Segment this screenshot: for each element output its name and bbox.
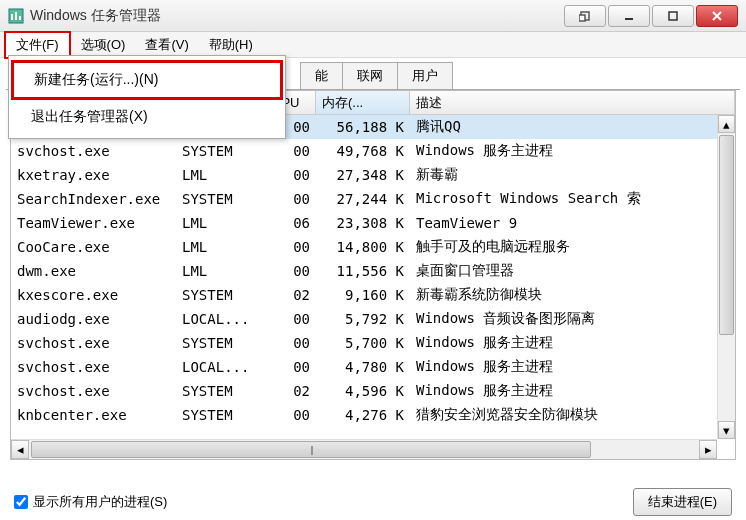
close-button[interactable] [696, 5, 738, 27]
cell-user: SYSTEM [176, 143, 266, 159]
cell-desc: 新毒霸系统防御模块 [410, 286, 735, 304]
cell-cpu: 06 [266, 215, 316, 231]
scroll-thumb-h[interactable]: ||| [31, 441, 591, 458]
menu-view[interactable]: 查看(V) [135, 33, 198, 57]
end-process-button[interactable]: 结束进程(E) [633, 488, 732, 516]
cell-desc: 触手可及的电脑远程服务 [410, 238, 735, 256]
table-row[interactable]: knbcenter.exeSYSTEM004,276 K猎豹安全浏览器安全防御模… [11, 403, 735, 427]
cell-img: SearchIndexer.exe [11, 191, 176, 207]
help-button[interactable] [564, 5, 606, 27]
cell-mem: 56,188 K [316, 119, 410, 135]
cell-user: LOCAL... [176, 359, 266, 375]
cell-cpu: 00 [266, 359, 316, 375]
tab-performance-partial[interactable]: 能 [300, 62, 343, 89]
cell-desc: TeamViewer 9 [410, 215, 735, 231]
table-row[interactable]: svchost.exeLOCAL...004,780 KWindows 服务主进… [11, 355, 735, 379]
table-row[interactable]: SearchIndexer.exeSYSTEM0027,244 KMicroso… [11, 187, 735, 211]
cell-cpu: 00 [266, 335, 316, 351]
menu-exit[interactable]: 退出任务管理器(X) [11, 100, 283, 134]
table-row[interactable]: svchost.exeSYSTEM0049,768 KWindows 服务主进程 [11, 139, 735, 163]
cell-img: audiodg.exe [11, 311, 176, 327]
table-row[interactable]: CooCare.exeLML0014,800 K触手可及的电脑远程服务 [11, 235, 735, 259]
menu-options[interactable]: 选项(O) [71, 33, 136, 57]
cell-user: LML [176, 215, 266, 231]
horizontal-scrollbar[interactable]: ◂ ||| ▸ [11, 439, 717, 459]
cell-mem: 49,768 K [316, 143, 410, 159]
scroll-right-icon[interactable]: ▸ [699, 440, 717, 459]
table-row[interactable]: svchost.exeSYSTEM005,700 KWindows 服务主进程 [11, 331, 735, 355]
cell-img: knbcenter.exe [11, 407, 176, 423]
footer: 显示所有用户的进程(S) 结束进程(E) [14, 488, 732, 516]
cell-user: SYSTEM [176, 287, 266, 303]
cell-user: SYSTEM [176, 407, 266, 423]
svg-rect-5 [579, 15, 585, 21]
show-all-checkbox-input[interactable] [14, 495, 28, 509]
table-body: QQ.exeLML0056,188 K腾讯QQsvchost.exeSYSTEM… [11, 115, 735, 439]
cell-img: kxetray.exe [11, 167, 176, 183]
menu-help[interactable]: 帮助(H) [199, 33, 263, 57]
window-title: Windows 任务管理器 [30, 7, 564, 25]
cell-desc: 桌面窗口管理器 [410, 262, 735, 280]
cell-cpu: 00 [266, 263, 316, 279]
cell-user: LML [176, 167, 266, 183]
cell-cpu: 00 [266, 311, 316, 327]
col-description[interactable]: 描述 [410, 91, 735, 114]
vertical-scrollbar[interactable]: ▴ ▾ [717, 115, 735, 439]
cell-mem: 11,556 K [316, 263, 410, 279]
show-all-label: 显示所有用户的进程(S) [33, 493, 167, 511]
col-memory[interactable]: 内存(... [316, 91, 410, 114]
cell-mem: 4,276 K [316, 407, 410, 423]
cell-user: SYSTEM [176, 191, 266, 207]
cell-mem: 5,792 K [316, 311, 410, 327]
cell-mem: 27,348 K [316, 167, 410, 183]
cell-desc: Windows 服务主进程 [410, 382, 735, 400]
file-dropdown: 新建任务(运行...)(N) 退出任务管理器(X) [8, 55, 286, 139]
cell-cpu: 02 [266, 383, 316, 399]
cell-mem: 4,596 K [316, 383, 410, 399]
cell-mem: 14,800 K [316, 239, 410, 255]
cell-img: svchost.exe [11, 359, 176, 375]
cell-img: svchost.exe [11, 143, 176, 159]
cell-user: SYSTEM [176, 335, 266, 351]
cell-img: TeamViewer.exe [11, 215, 176, 231]
cell-img: svchost.exe [11, 335, 176, 351]
table-row[interactable]: svchost.exeSYSTEM024,596 KWindows 服务主进程 [11, 379, 735, 403]
cell-cpu: 00 [266, 407, 316, 423]
svg-rect-7 [669, 12, 677, 20]
cell-mem: 5,700 K [316, 335, 410, 351]
app-icon [8, 8, 24, 24]
tab-networking[interactable]: 联网 [342, 62, 398, 89]
cell-desc: Microsoft Windows Search 索 [410, 190, 735, 208]
cell-desc: Windows 服务主进程 [410, 358, 735, 376]
cell-mem: 9,160 K [316, 287, 410, 303]
menu-new-task[interactable]: 新建任务(运行...)(N) [11, 60, 283, 100]
table-row[interactable]: kxescore.exeSYSTEM029,160 K新毒霸系统防御模块 [11, 283, 735, 307]
cell-cpu: 00 [266, 167, 316, 183]
tab-users[interactable]: 用户 [397, 62, 453, 89]
table-row[interactable]: dwm.exeLML0011,556 K桌面窗口管理器 [11, 259, 735, 283]
cell-cpu: 00 [266, 191, 316, 207]
table-row[interactable]: TeamViewer.exeLML0623,308 KTeamViewer 9 [11, 211, 735, 235]
table-row[interactable]: audiodg.exeLOCAL...005,792 KWindows 音频设备… [11, 307, 735, 331]
cell-desc: 猎豹安全浏览器安全防御模块 [410, 406, 735, 424]
cell-img: kxescore.exe [11, 287, 176, 303]
cell-desc: 新毒霸 [410, 166, 735, 184]
window-controls [564, 5, 738, 27]
cell-user: LML [176, 263, 266, 279]
minimize-button[interactable] [608, 5, 650, 27]
cell-cpu: 00 [266, 239, 316, 255]
cell-desc: 腾讯QQ [410, 118, 735, 136]
scroll-thumb-v[interactable] [719, 135, 734, 335]
maximize-button[interactable] [652, 5, 694, 27]
cell-cpu: 00 [266, 143, 316, 159]
scroll-down-icon[interactable]: ▾ [718, 421, 735, 439]
cell-user: LML [176, 239, 266, 255]
scroll-up-icon[interactable]: ▴ [718, 115, 735, 133]
show-all-users-checkbox[interactable]: 显示所有用户的进程(S) [14, 493, 167, 511]
scroll-left-icon[interactable]: ◂ [11, 440, 29, 459]
cell-desc: Windows 服务主进程 [410, 334, 735, 352]
table-row[interactable]: kxetray.exeLML0027,348 K新毒霸 [11, 163, 735, 187]
cell-user: LOCAL... [176, 311, 266, 327]
cell-mem: 4,780 K [316, 359, 410, 375]
process-table: 映像名称 用户名 CPU 内存(... 描述 QQ.exeLML0056,188… [10, 90, 736, 460]
